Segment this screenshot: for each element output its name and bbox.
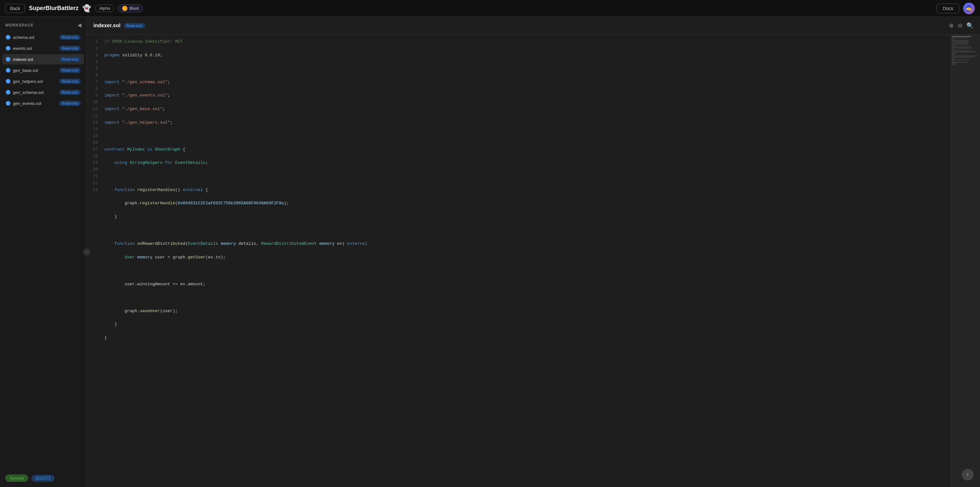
app-title: SuperBlurBattlerz [29,5,78,12]
editor-header-actions: ⊕ ⊖ 🔍 [949,22,974,29]
sidebar-collapse-arrow[interactable]: ← [83,248,91,255]
file-icon [6,57,10,62]
sidebar-header: WORKSPACE ◀ [0,17,86,32]
topbar: Back SuperBlurBattlerz 👻 Alpha Blast Doc… [0,0,980,17]
zoom-out-button[interactable]: ⊖ [958,22,963,29]
file-name: schema.sol [13,35,34,40]
back-button[interactable]: Back [5,4,25,13]
file-icon [6,68,10,73]
search-button[interactable]: 🔍 [966,22,974,29]
file-name: gen_helpers.sol [13,79,43,84]
minimap [951,35,980,487]
file-name: gen_base.sol [13,68,38,73]
file-icon [6,90,10,95]
sidebar-item-schema[interactable]: schema.sol Read-only [3,32,84,43]
line-numbers: 12345 678910 1112131415 1617181920 21222… [87,35,103,487]
editor-header: indexer.sol Read-only ⊕ ⊖ 🔍 [87,17,980,35]
block-number: 3212172 [32,475,54,482]
file-name: gen_schema.sol [13,90,44,95]
code-content: // SPDX-License-Identifier: MIT pragma s… [103,35,951,487]
sidebar-item-events[interactable]: events.sol Read-only [3,43,84,54]
file-icon [6,46,10,51]
avatar: 🧙 [963,3,975,14]
code-editor[interactable]: 12345 678910 1112131415 1617181920 21222… [87,35,951,487]
file-name: indexer.sol [13,57,33,62]
file-name: events.sol [13,46,32,51]
minimap-content [951,35,980,67]
sidebar: WORKSPACE ◀ schema.sol Read-only events.… [0,17,87,487]
readonly-badge: Read-only [59,57,81,62]
ghost-icon: 👻 [82,4,91,13]
blast-icon [122,6,127,11]
file-name: gen_events.sol [13,101,41,106]
file-icon [6,79,10,84]
sidebar-item-gen-helpers[interactable]: gen_helpers.sol Read-only [3,76,84,86]
sidebar-files: schema.sol Read-only events.sol Read-onl… [0,32,86,469]
editor-filename: indexer.sol [93,23,121,29]
readonly-badge: Read-only [59,79,81,84]
synced-badge: Synced [5,474,28,482]
blast-badge: Blast [118,5,143,12]
alpha-badge: Alpha [95,5,114,12]
sidebar-item-gen-events[interactable]: gen_events.sol Read-only [3,98,84,108]
scroll-top-button[interactable]: ↑ [962,469,974,481]
editor-filename-row: indexer.sol Read-only [93,23,145,29]
sidebar-item-indexer[interactable]: indexer.sol Read-only [3,54,84,64]
editor-area: indexer.sol Read-only ⊕ ⊖ 🔍 12345 678910… [87,17,980,487]
file-icon [6,101,10,106]
file-icon [6,35,10,40]
readonly-badge: Read-only [59,90,81,95]
sidebar-item-gen-base[interactable]: gen_base.sol Read-only [3,65,84,75]
docs-button[interactable]: Docs [937,3,959,13]
main-layout: WORKSPACE ◀ schema.sol Read-only events.… [0,17,980,487]
readonly-badge: Read-only [59,68,81,73]
readonly-badge: Read-only [59,101,81,106]
sidebar-collapse-button[interactable]: ◀ [78,22,81,28]
zoom-in-button[interactable]: ⊕ [949,22,954,29]
sidebar-item-gen-schema[interactable]: gen_schema.sol Read-only [3,87,84,97]
sidebar-footer: Synced 3212172 [0,469,86,487]
readonly-badge: Read-only [59,35,81,40]
sidebar-title: WORKSPACE [5,23,33,27]
readonly-badge: Read-only [59,46,81,51]
editor-readonly-badge: Read-only [124,23,145,28]
